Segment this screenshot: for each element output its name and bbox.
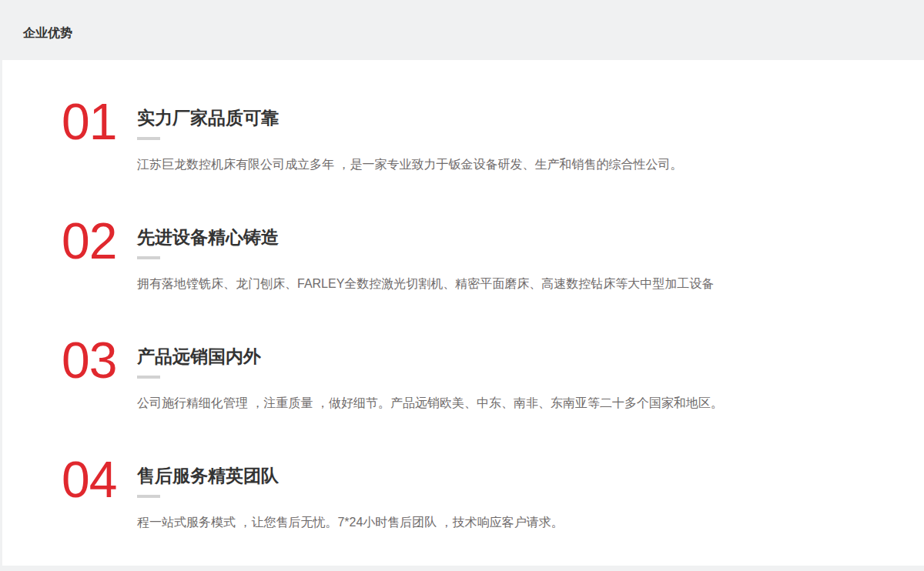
advantage-title: 产品远销国内外 [137, 346, 924, 366]
advantage-item-3: 03 产品远销国内外 公司施行精细化管理 ，注重质量 ，做好细节。产品远销欧美、… [62, 339, 924, 411]
advantage-description: 公司施行精细化管理 ，注重质量 ，做好细节。产品远销欧美、中东、南非、东南亚等二… [137, 396, 924, 411]
advantage-content: 售后服务精英团队 程一站式服务模式 ，让您售后无忧。7*24小时售后团队 ，技术… [137, 458, 924, 530]
advantage-content: 产品远销国内外 公司施行精细化管理 ，注重质量 ，做好细节。产品远销欧美、中东、… [137, 339, 924, 411]
page-title: 企业优势 [23, 25, 72, 42]
advantage-content: 实力厂家品质可靠 江苏巨龙数控机床有限公司成立多年 ，是一家专业致力于钣金设备研… [137, 100, 924, 172]
section-header: 企业优势 [0, 0, 924, 60]
advantage-description: 江苏巨龙数控机床有限公司成立多年 ，是一家专业致力于钣金设备研发、生产和销售的综… [137, 157, 924, 172]
advantage-title: 先进设备精心铸造 [137, 227, 924, 247]
advantage-title: 实力厂家品质可靠 [137, 108, 924, 128]
advantage-item-1: 01 实力厂家品质可靠 江苏巨龙数控机床有限公司成立多年 ，是一家专业致力于钣金… [62, 100, 924, 172]
advantage-number: 03 [62, 339, 137, 382]
advantage-number: 04 [62, 458, 137, 501]
advantage-item-4: 04 售后服务精英团队 程一站式服务模式 ，让您售后无忧。7*24小时售后团队 … [62, 458, 924, 530]
advantage-description: 程一站式服务模式 ，让您售后无忧。7*24小时售后团队 ，技术响应客户请求。 [137, 515, 924, 530]
advantage-content: 先进设备精心铸造 拥有落地镗铣床、龙门刨床、FARLEY全数控激光切割机、精密平… [137, 219, 924, 292]
advantage-title: 售后服务精英团队 [137, 466, 924, 486]
title-underline-divider [137, 256, 160, 259]
title-underline-divider [137, 137, 160, 140]
advantage-number: 01 [62, 100, 137, 143]
advantages-panel: 01 实力厂家品质可靠 江苏巨龙数控机床有限公司成立多年 ，是一家专业致力于钣金… [2, 60, 924, 566]
advantage-item-2: 02 先进设备精心铸造 拥有落地镗铣床、龙门刨床、FARLEY全数控激光切割机、… [62, 219, 924, 292]
title-underline-divider [137, 495, 160, 498]
advantage-number: 02 [62, 219, 137, 262]
title-underline-divider [137, 376, 160, 379]
advantage-description: 拥有落地镗铣床、龙门刨床、FARLEY全数控激光切割机、精密平面磨床、高速数控钻… [137, 276, 924, 292]
